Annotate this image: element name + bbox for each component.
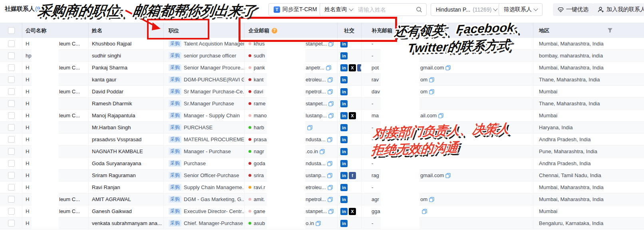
company-name-prefix: H <box>26 124 29 130</box>
row-checkbox[interactable] <box>8 100 15 107</box>
row-checkbox[interactable] <box>8 76 15 83</box>
censor-band-alt-email <box>381 39 419 229</box>
filter-funnel-icon[interactable] <box>607 28 613 33</box>
copy-icon[interactable] <box>328 89 333 95</box>
copy-icon[interactable] <box>445 173 451 178</box>
row-checkbox[interactable] <box>8 148 15 155</box>
copy-icon[interactable] <box>316 221 321 226</box>
row-checkbox[interactable] <box>8 208 15 215</box>
name-search-type-dropdown[interactable]: 姓名查询 <box>320 4 357 16</box>
company-filter-dropdown[interactable]: Hindustan P... (11269) <box>431 3 502 16</box>
table-row[interactable]: hpsudhir singhi采购senior purchase officer… <box>0 50 644 62</box>
social-linkedin-icon[interactable]: in <box>340 124 348 131</box>
email-prefix: davi <box>254 89 263 95</box>
name-search-input[interactable] <box>357 6 416 13</box>
alt-email-prefix: - <box>372 41 373 47</box>
copy-icon[interactable] <box>328 197 333 202</box>
company-name-suffix: leum C... <box>59 194 80 205</box>
copy-icon[interactable] <box>326 65 331 71</box>
copy-icon[interactable] <box>328 113 334 118</box>
copy-icon[interactable] <box>327 161 332 166</box>
social-x-icon[interactable]: X <box>349 64 356 71</box>
table-row[interactable]: Hvenkata subrahmanyam ana...采购Chief. Man… <box>0 217 644 229</box>
table-row[interactable]: HRamesh Dharmik采购Sr.Manager Purchaserame… <box>0 98 644 110</box>
copy-icon[interactable] <box>328 77 333 83</box>
copy-icon[interactable] <box>328 101 334 107</box>
social-linkedin-icon[interactable]: in <box>340 196 348 203</box>
table-row[interactable]: Hleum C...Khushboo Rajpal采购Talent Acquis… <box>0 38 644 50</box>
copy-icon[interactable] <box>429 197 434 202</box>
social-linkedin-icon[interactable]: in <box>340 148 348 155</box>
table-row[interactable]: HMr.Harban Singh采购PURCHASEharbin-Haryana… <box>0 122 644 134</box>
row-checkbox[interactable] <box>8 40 15 47</box>
social-linkedin-icon[interactable]: in <box>340 88 348 95</box>
contacts-filter-dropdown[interactable]: 筛选联系人 <box>499 3 543 16</box>
copy-icon[interactable] <box>320 149 325 154</box>
copy-icon[interactable] <box>307 125 312 130</box>
table-row[interactable]: HGoda Suryanarayana采购Purchasegodandusta.… <box>0 158 644 170</box>
alt-email-prefix: - <box>372 148 373 154</box>
select-all-checkbox[interactable] <box>8 27 15 34</box>
copy-icon[interactable] <box>429 77 434 83</box>
table-row[interactable]: Hkanta gaur采购DGM-PURCHASE(RAVI G...kante… <box>0 74 644 86</box>
row-checkbox[interactable] <box>8 112 15 119</box>
row-checkbox[interactable] <box>8 124 15 131</box>
social-linkedin-icon[interactable]: in <box>340 136 348 143</box>
row-checkbox[interactable] <box>8 52 15 59</box>
social-linkedin-icon[interactable]: in <box>340 172 348 179</box>
social-cell: in <box>338 158 362 169</box>
social-linkedin-icon[interactable]: in <box>340 64 348 71</box>
copy-icon[interactable] <box>445 65 451 71</box>
one-click-optimize-button[interactable]: 一键优选 <box>553 3 593 16</box>
row-checkbox[interactable] <box>8 220 15 227</box>
social-linkedin-icon[interactable]: in <box>340 76 348 83</box>
job-title: Senior Manager Procure... <box>184 65 244 71</box>
social-linkedin-icon[interactable]: in <box>340 208 348 215</box>
copy-icon[interactable] <box>327 173 332 178</box>
copy-icon[interactable] <box>327 137 332 142</box>
copy-icon[interactable] <box>328 209 334 214</box>
table-row[interactable]: Hleum C...Ganesh Gaikwad采购Executive Dire… <box>0 205 644 217</box>
table-row[interactable]: Hleum C...David Poddar采购Sr Manager Purch… <box>0 86 644 98</box>
row-checkbox[interactable] <box>8 184 15 191</box>
social-x-icon[interactable]: X <box>349 112 356 119</box>
social-x-icon[interactable]: X <box>349 208 356 215</box>
social-linkedin-icon[interactable]: in <box>340 40 348 47</box>
region-cell: Haryana, India <box>533 122 644 133</box>
row-checkbox[interactable] <box>8 88 15 95</box>
social-linkedin-icon[interactable]: in <box>340 52 348 59</box>
social-linkedin-icon[interactable]: in <box>340 184 348 191</box>
social-facebook-icon[interactable]: f <box>357 64 362 71</box>
copy-icon[interactable] <box>328 41 334 47</box>
table-row[interactable]: HSriram Raguraman采购Senior Officer-Purcha… <box>0 170 644 182</box>
table-body: Hleum C...Khushboo Rajpal采购Talent Acquis… <box>0 38 644 229</box>
job-title: Supply Chain Manageme... <box>184 184 244 190</box>
social-linkedin-icon[interactable]: in <box>340 112 348 119</box>
table-row[interactable]: Hleum C...Pankaj Sharma采购Senior Manager … <box>0 62 644 74</box>
help-icon[interactable]: ? <box>272 28 277 34</box>
row-checkbox[interactable] <box>8 160 15 167</box>
copy-icon[interactable] <box>422 209 427 214</box>
search-icon[interactable] <box>416 6 422 13</box>
row-checkbox[interactable] <box>8 136 15 143</box>
row-checkbox[interactable] <box>8 196 15 203</box>
table-row[interactable]: Hprasadvss Vssprasad采购MATERIAL PROCUREME… <box>0 134 644 146</box>
social-facebook-icon[interactable]: f <box>349 172 356 179</box>
social-linkedin-icon[interactable]: in <box>340 100 348 107</box>
table-row[interactable]: Hleum C...Manoj Rajapantula采购Manager - S… <box>0 110 644 122</box>
job-title: Executive Director- Centr... <box>184 208 244 214</box>
table-row[interactable]: Hleum C...AMIT AGRAWAL采购DGM - Gas Market… <box>0 194 644 205</box>
copy-icon[interactable] <box>328 185 333 190</box>
email-status-dot <box>248 162 251 165</box>
add-to-my-contacts-button[interactable]: 加入我的联系人 <box>593 3 644 16</box>
sync-to-tcrm-button[interactable]: T 同步至T-CRM <box>268 3 322 16</box>
social-linkedin-icon[interactable]: in <box>340 220 348 227</box>
copy-icon[interactable] <box>438 113 443 118</box>
row-checkbox[interactable] <box>8 172 15 179</box>
copy-icon[interactable] <box>429 89 434 95</box>
table-row[interactable]: HNAGNATH KAMBALE采购Manager - Purchasenagr… <box>0 146 644 158</box>
social-linkedin-icon[interactable]: in <box>340 160 348 167</box>
table-row[interactable]: HRavi Ranjan采购Supply Chain Manageme...ra… <box>0 182 644 194</box>
contact-name: Ramesh Dharmik <box>89 98 164 109</box>
row-checkbox[interactable] <box>8 64 15 71</box>
